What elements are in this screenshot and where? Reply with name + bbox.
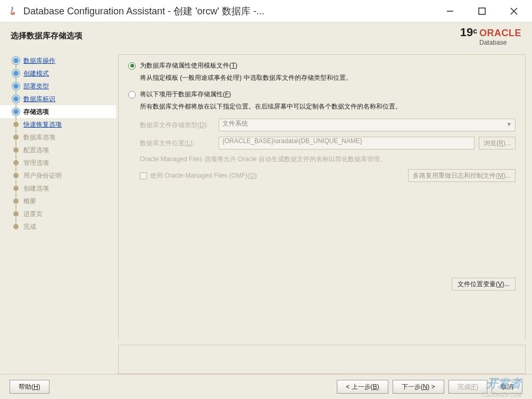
omf-description: Oracle Managed Files 选项将允许 Oracle 自动生成数据… (140, 155, 516, 164)
step-label: 数据库操作 (23, 56, 55, 65)
window-title: Database Configuration Assistant - 创建 'o… (23, 5, 434, 18)
svg-rect-1 (479, 8, 485, 14)
step-12: 进度页 (0, 207, 116, 220)
omf-checkbox[interactable] (140, 172, 147, 179)
multiplex-button[interactable]: 多路复用重做日志和控制文件(M)... (408, 169, 516, 182)
finish-button[interactable]: 完成(F) (448, 380, 487, 394)
storage-type-label: 数据库文件存储类型(D): (140, 121, 214, 130)
radio-icon (128, 91, 136, 98)
oracle-logo: 19c ORACLE Database (460, 26, 521, 46)
use-custom-radio[interactable]: 将以下项用于数据库存储属性(F) (128, 90, 516, 99)
step-label: 创建模式 (23, 69, 49, 78)
step-label: 部署类型 (23, 82, 49, 91)
step-11: 概要 (0, 195, 116, 207)
titlebar: Database Configuration Assistant - 创建 'o… (0, 0, 532, 22)
window-controls (434, 1, 530, 22)
step-0[interactable]: 数据库操作 (0, 54, 116, 67)
step-label: 管理选项 (23, 159, 49, 168)
step-label: 用户身份证明 (23, 171, 62, 180)
step-label: 数据库标识 (23, 95, 55, 104)
step-8: 管理选项 (0, 156, 116, 169)
maximize-button[interactable] (466, 1, 498, 22)
step-label: 进度页 (23, 210, 43, 219)
storage-type-select[interactable]: 文件系统 (219, 119, 516, 131)
use-template-radio[interactable]: 为数据库存储属性使用模板文件(T) (128, 61, 516, 70)
file-location-label: 数据库文件位置(L): (140, 139, 214, 148)
step-label: 数据库选项 (23, 133, 55, 142)
step-label: 快速恢复选项 (23, 120, 62, 129)
next-button[interactable]: 下一步(N) > (393, 380, 444, 394)
java-icon (6, 5, 19, 18)
step-3[interactable]: 数据库标识 (0, 93, 116, 105)
omf-checkbox-label: 使用 Oracle-Managed Files (OMF)(O) (150, 171, 257, 180)
step-label: 存储选项 (23, 107, 49, 117)
main-panel: 为数据库存储属性使用模板文件(T) 将从指定模板 (一般用途或事务处理) 中选取… (116, 49, 532, 374)
wizard-steps: 数据库操作创建模式部署类型数据库标识存储选项快速恢复选项数据库选项配置选项管理选… (0, 49, 116, 374)
radio-icon (128, 62, 136, 70)
step-label: 完成 (23, 222, 36, 231)
step-13: 完成 (0, 220, 116, 233)
storage-options-form: 为数据库存储属性使用模板文件(T) 将从指定模板 (一般用途或事务处理) 中选取… (118, 54, 526, 339)
header: 选择数据库存储选项 19c ORACLE Database (0, 22, 532, 49)
step-label: 配置选项 (23, 146, 49, 155)
close-button[interactable] (498, 1, 530, 22)
step-10: 创建选项 (0, 182, 116, 195)
file-location-input[interactable]: {ORACLE_BASE}\oradata\{DB_UNIQUE_NAME} (219, 137, 475, 149)
back-button[interactable]: < 上一步(B) (337, 380, 388, 394)
step-1[interactable]: 创建模式 (0, 67, 116, 80)
step-5[interactable]: 快速恢复选项 (0, 118, 116, 131)
step-7: 配置选项 (0, 144, 116, 156)
log-area (118, 345, 526, 374)
content: 数据库操作创建模式部署类型数据库标识存储选项快速恢复选项数据库选项配置选项管理选… (0, 49, 532, 374)
step-label: 概要 (23, 197, 36, 206)
step-4: 存储选项 (0, 105, 116, 118)
minimize-button[interactable] (434, 1, 466, 22)
cancel-button[interactable]: 取消 (492, 380, 522, 394)
help-button[interactable]: 帮助(H) (10, 380, 49, 394)
file-location-vars-button[interactable]: 文件位置变量(V)... (452, 278, 516, 290)
use-template-desc: 将从指定模板 (一般用途或事务处理) 中选取数据库文件的存储类型和位置。 (140, 73, 516, 82)
step-9: 用户身份证明 (0, 169, 116, 182)
footer: 帮助(H) < 上一步(B) 下一步(N) > 完成(F) 取消 (0, 374, 532, 399)
browse-button[interactable]: 浏览(R)... (479, 137, 516, 149)
step-2[interactable]: 部署类型 (0, 80, 116, 93)
step-label: 创建选项 (23, 184, 49, 193)
step-6: 数据库选项 (0, 131, 116, 144)
use-custom-desc: 所有数据库文件都将放在以下指定位置。在后续屏幕中可以定制各个数据文件的名称和位置… (140, 102, 516, 111)
page-title: 选择数据库存储选项 (11, 31, 82, 41)
